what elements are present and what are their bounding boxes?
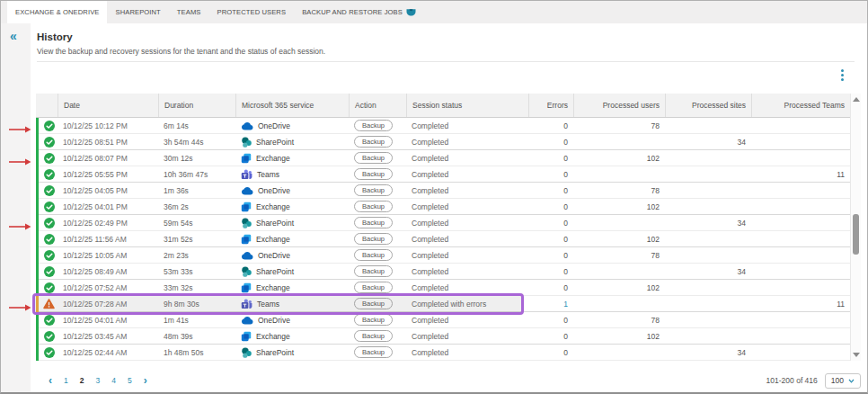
cell-session-status: Completed [406, 215, 528, 230]
action-badge: Backup [354, 330, 393, 342]
table-row[interactable]: 10/12/25 03:45 AM48m 39sExchangeBackupCo… [36, 328, 850, 345]
scroll-up-icon[interactable] [853, 97, 860, 102]
column-header-microsoft-365-service[interactable]: Microsoft 365 service [235, 94, 349, 117]
cell-errors: 0 [528, 328, 573, 344]
status-success-icon [36, 118, 58, 133]
onedrive-icon [241, 186, 253, 195]
table-row[interactable]: 10/12/25 02:49 PM59m 54sSharePointBackup… [36, 215, 850, 231]
tab-label: BACKUP AND RESTORE JOBS [302, 8, 403, 16]
cell-date: 10/12/25 02:49 PM [58, 215, 158, 230]
collapse-sidebar-button[interactable]: « [1, 23, 31, 42]
row-status-strip [36, 150, 39, 166]
status-success-icon [36, 134, 58, 149]
page-button-1[interactable]: 1 [64, 376, 68, 385]
column-header-processed-teams[interactable]: Processed Teams [751, 94, 850, 117]
tab-teams[interactable]: TEAMS [169, 1, 209, 23]
table-row[interactable]: 10/12/25 07:52 AM33m 32sExchangeBackupCo… [36, 280, 850, 296]
table-row[interactable]: 10/12/25 10:05 AM2m 23sOneDriveBackupCom… [36, 247, 850, 264]
cell-processed-users [573, 264, 665, 279]
service-name: OneDrive [258, 121, 290, 130]
status-success-icon [36, 150, 58, 166]
service-name: Exchange [256, 283, 290, 292]
row-status-strip [36, 345, 39, 361]
history-table: DateDurationMicrosoft 365 serviceActionS… [36, 94, 850, 361]
sharepoint-icon [241, 347, 252, 358]
service-name: Exchange [256, 235, 290, 244]
tab-backup-and-restore-jobs[interactable]: BACKUP AND RESTORE JOBS [294, 1, 424, 23]
sharepoint-icon [241, 218, 252, 228]
page-button-2[interactable]: 2 [80, 376, 84, 385]
tab-protected-users[interactable]: PROTECTED USERS [209, 1, 295, 23]
cell-processed-teams [751, 264, 850, 279]
page-button-5[interactable]: 5 [128, 376, 132, 385]
table-row[interactable]: 10/12/25 04:01 AM1m 41sOneDriveBackupCom… [36, 312, 850, 328]
cell-date: 10/12/25 08:51 PM [58, 134, 158, 149]
cell-processed-sites [665, 150, 751, 166]
cell-processed-teams [751, 280, 850, 295]
column-header-processed-sites[interactable]: Processed sites [665, 94, 751, 117]
cell-date: 10/12/25 11:56 AM [58, 231, 158, 246]
tab-exchange-onedrive[interactable]: EXCHANGE & ONEDRIVE [7, 1, 107, 23]
cell-processed-teams [751, 231, 850, 246]
scroll-down-icon[interactable] [853, 353, 860, 357]
tab-sharepoint[interactable]: SHAREPOINT [107, 1, 168, 23]
vertical-scrollbar[interactable] [850, 94, 861, 361]
scrollbar-thumb[interactable] [853, 214, 859, 255]
column-header-action[interactable]: Action [349, 94, 406, 117]
status-warning-icon [36, 296, 58, 311]
errors-value: 0 [563, 121, 568, 130]
action-badge: Backup [354, 184, 393, 196]
jobs-badge-icon [406, 9, 416, 16]
errors-value: 0 [563, 235, 568, 244]
next-page-button[interactable]: › [144, 375, 147, 386]
errors-value: 0 [563, 202, 568, 211]
cell-service: SharePoint [235, 215, 349, 230]
table-row[interactable]: 10/12/25 08:49 AM53m 33sSharePointBackup… [36, 264, 850, 280]
status-success-icon [36, 280, 58, 295]
table-row[interactable]: 10/12/25 05:55 PM10h 36m 47sTeamsBackupC… [36, 166, 850, 183]
page-button-4[interactable]: 4 [111, 376, 116, 385]
status-success-icon [36, 247, 58, 263]
cell-action: Backup [349, 296, 406, 311]
column-header-errors[interactable]: Errors [528, 94, 573, 117]
table-row[interactable]: 10/12/25 08:07 PM30m 12sExchangeBackupCo… [36, 150, 850, 166]
action-badge: Backup [354, 298, 393, 309]
column-header-processed-users[interactable]: Processed users [573, 94, 665, 117]
prev-page-button[interactable]: ‹ [49, 375, 52, 386]
table-row[interactable]: 10/12/25 10:12 PM6m 14sOneDriveBackupCom… [36, 118, 850, 134]
page-button-3[interactable]: 3 [95, 376, 100, 385]
sharepoint-icon [241, 266, 252, 277]
column-header-duration[interactable]: Duration [158, 94, 235, 117]
cell-duration: 48m 39s [158, 328, 235, 344]
cell-processed-users: 102 [573, 231, 665, 246]
cell-service: Exchange [235, 328, 349, 344]
cell-service: SharePoint [235, 134, 349, 149]
cell-service: SharePoint [235, 264, 349, 279]
table-row[interactable]: 10/12/25 04:01 PM36m 2sExchangeBackupCom… [36, 199, 850, 215]
cell-session-status: Completed [406, 199, 528, 214]
cell-duration: 1m 36s [158, 183, 235, 198]
action-badge: Backup [354, 265, 393, 277]
cell-errors[interactable]: 1 [528, 296, 573, 311]
table-row[interactable]: 10/12/25 08:51 PM3h 54m 44sSharePointBac… [36, 134, 850, 150]
errors-link[interactable]: 1 [563, 300, 568, 309]
table-row[interactable]: 10/12/25 07:28 AM9h 8m 30sTeamsBackupCom… [36, 296, 850, 312]
errors-value: 0 [563, 170, 568, 179]
errors-value: 0 [563, 251, 568, 260]
cell-date: 10/12/25 04:01 AM [58, 312, 158, 327]
table-header: DateDurationMicrosoft 365 serviceActionS… [36, 94, 850, 118]
table-row[interactable]: 10/12/25 04:05 PM1m 36sOneDriveBackupCom… [36, 183, 850, 199]
column-header-date[interactable]: Date [58, 94, 158, 117]
app-window: EXCHANGE & ONEDRIVESHAREPOINTTEAMSPROTEC… [0, 0, 868, 394]
table-row[interactable]: 10/12/25 11:56 AM31m 52sExchangeBackupCo… [36, 231, 850, 247]
table-row[interactable]: 10/12/25 02:44 AM1h 48m 50sSharePointBac… [36, 345, 850, 361]
column-header-session-status[interactable]: Session status [406, 94, 528, 117]
cell-date: 10/12/25 04:01 PM [58, 199, 158, 214]
more-options-button[interactable] [841, 69, 844, 81]
cell-errors: 0 [528, 247, 573, 263]
service-name: Exchange [256, 154, 290, 163]
page-size-select[interactable]: 100 [825, 373, 861, 389]
row-status-strip [36, 166, 39, 183]
row-status-strip [36, 247, 39, 264]
cell-service: OneDrive [235, 183, 349, 198]
